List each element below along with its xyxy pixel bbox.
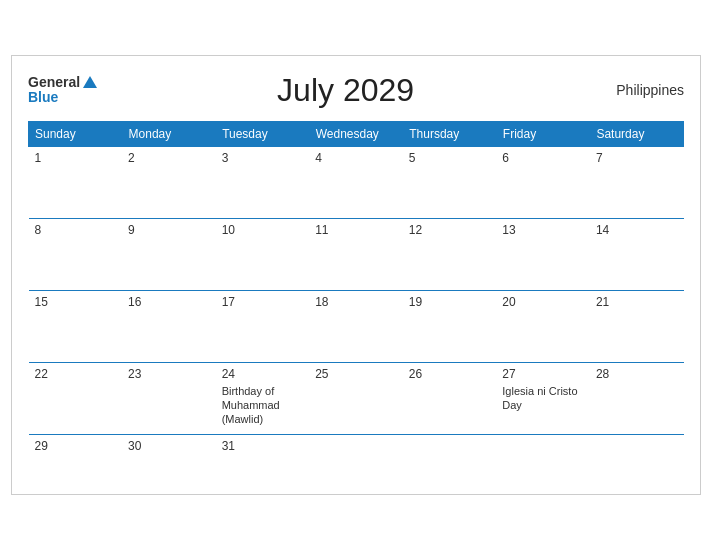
col-monday: Monday <box>122 121 216 146</box>
calendar-week-row: 891011121314 <box>29 218 684 290</box>
calendar-cell: 24Birthday of Muhammad (Mawlid) <box>216 362 310 434</box>
day-number: 17 <box>222 295 304 309</box>
day-number: 31 <box>222 439 304 453</box>
day-number: 21 <box>596 295 678 309</box>
day-number: 16 <box>128 295 210 309</box>
calendar-cell: 19 <box>403 290 497 362</box>
calendar-cell: 11 <box>309 218 403 290</box>
col-tuesday: Tuesday <box>216 121 310 146</box>
calendar-cell: 29 <box>29 434 123 486</box>
weekday-header-row: Sunday Monday Tuesday Wednesday Thursday… <box>29 121 684 146</box>
logo-triangle-icon <box>83 76 97 88</box>
calendar-body: 123456789101112131415161718192021222324B… <box>29 146 684 486</box>
calendar-week-row: 1234567 <box>29 146 684 218</box>
calendar-cell: 12 <box>403 218 497 290</box>
day-number: 15 <box>35 295 117 309</box>
calendar-container: General Blue July 2029 Philippines Sunda… <box>11 55 701 496</box>
day-number: 27 <box>502 367 584 381</box>
calendar-cell: 6 <box>496 146 590 218</box>
day-number: 24 <box>222 367 304 381</box>
logo-general-text: General <box>28 75 80 90</box>
day-number: 4 <box>315 151 397 165</box>
day-number: 14 <box>596 223 678 237</box>
calendar-cell: 23 <box>122 362 216 434</box>
logo: General Blue <box>28 75 97 106</box>
col-friday: Friday <box>496 121 590 146</box>
day-number: 29 <box>35 439 117 453</box>
calendar-cell: 27Iglesia ni Cristo Day <box>496 362 590 434</box>
col-sunday: Sunday <box>29 121 123 146</box>
calendar-cell: 26 <box>403 362 497 434</box>
day-number: 9 <box>128 223 210 237</box>
calendar-cell: 4 <box>309 146 403 218</box>
calendar-cell: 30 <box>122 434 216 486</box>
day-number: 25 <box>315 367 397 381</box>
country-label: Philippines <box>594 82 684 98</box>
day-number: 12 <box>409 223 491 237</box>
calendar-cell: 2 <box>122 146 216 218</box>
calendar-thead: Sunday Monday Tuesday Wednesday Thursday… <box>29 121 684 146</box>
calendar-cell: 14 <box>590 218 684 290</box>
calendar-cell: 8 <box>29 218 123 290</box>
calendar-cell: 20 <box>496 290 590 362</box>
day-number: 18 <box>315 295 397 309</box>
logo-blue-text: Blue <box>28 90 58 105</box>
day-number: 8 <box>35 223 117 237</box>
day-number: 19 <box>409 295 491 309</box>
calendar-cell: 1 <box>29 146 123 218</box>
day-number: 28 <box>596 367 678 381</box>
calendar-cell <box>496 434 590 486</box>
calendar-cell: 13 <box>496 218 590 290</box>
col-wednesday: Wednesday <box>309 121 403 146</box>
calendar-cell: 25 <box>309 362 403 434</box>
calendar-cell: 28 <box>590 362 684 434</box>
calendar-cell: 16 <box>122 290 216 362</box>
day-number: 20 <box>502 295 584 309</box>
calendar-cell <box>590 434 684 486</box>
day-number: 1 <box>35 151 117 165</box>
day-number: 22 <box>35 367 117 381</box>
calendar-table: Sunday Monday Tuesday Wednesday Thursday… <box>28 121 684 487</box>
calendar-cell: 9 <box>122 218 216 290</box>
day-number: 26 <box>409 367 491 381</box>
calendar-cell: 18 <box>309 290 403 362</box>
calendar-week-row: 15161718192021 <box>29 290 684 362</box>
event-label: Iglesia ni Cristo Day <box>502 385 577 411</box>
day-number: 11 <box>315 223 397 237</box>
calendar-cell: 7 <box>590 146 684 218</box>
calendar-header: General Blue July 2029 Philippines <box>28 72 684 109</box>
day-number: 7 <box>596 151 678 165</box>
calendar-cell: 3 <box>216 146 310 218</box>
day-number: 10 <box>222 223 304 237</box>
event-label: Birthday of Muhammad (Mawlid) <box>222 385 280 426</box>
calendar-week-row: 222324Birthday of Muhammad (Mawlid)25262… <box>29 362 684 434</box>
calendar-cell: 31 <box>216 434 310 486</box>
day-number: 3 <box>222 151 304 165</box>
day-number: 2 <box>128 151 210 165</box>
calendar-title: July 2029 <box>97 72 594 109</box>
calendar-cell: 5 <box>403 146 497 218</box>
col-thursday: Thursday <box>403 121 497 146</box>
calendar-cell <box>309 434 403 486</box>
day-number: 5 <box>409 151 491 165</box>
calendar-cell: 15 <box>29 290 123 362</box>
col-saturday: Saturday <box>590 121 684 146</box>
calendar-cell: 10 <box>216 218 310 290</box>
calendar-cell: 17 <box>216 290 310 362</box>
calendar-cell <box>403 434 497 486</box>
day-number: 23 <box>128 367 210 381</box>
day-number: 30 <box>128 439 210 453</box>
calendar-week-row: 293031 <box>29 434 684 486</box>
day-number: 13 <box>502 223 584 237</box>
calendar-cell: 21 <box>590 290 684 362</box>
day-number: 6 <box>502 151 584 165</box>
calendar-cell: 22 <box>29 362 123 434</box>
